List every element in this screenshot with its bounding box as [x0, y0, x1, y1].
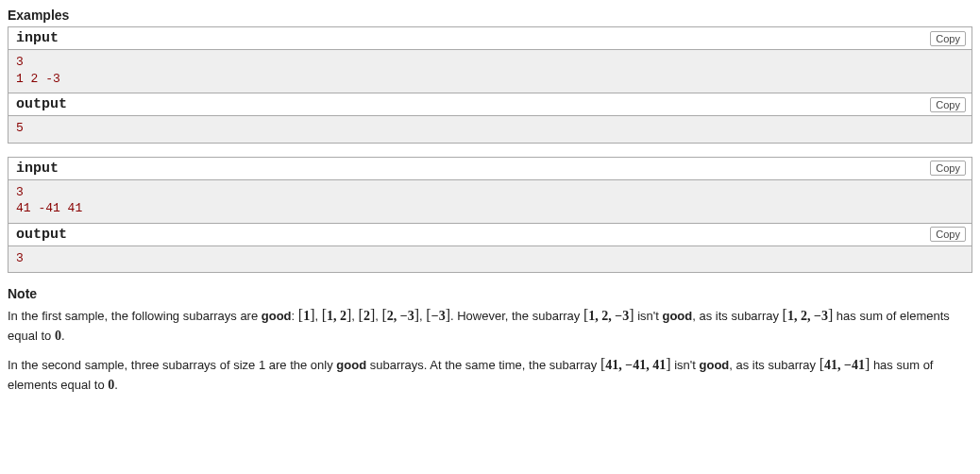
output-header: output Copy [8, 93, 972, 116]
note-paragraph-1: In the first sample, the following subar… [8, 305, 972, 345]
input-content: 3 41 -41 41 [8, 180, 972, 223]
math-bracket: ] [414, 307, 419, 323]
output-header: output Copy [8, 223, 972, 246]
text: . However, the subarray [450, 309, 583, 323]
math-array: 41, −41 [824, 358, 865, 372]
math-array: 1, 2, −3 [588, 309, 629, 323]
text: isn't [634, 309, 663, 323]
copy-button[interactable]: Copy [930, 161, 966, 176]
copy-button[interactable]: Copy [930, 31, 966, 46]
math-bracket: ] [310, 307, 314, 323]
text: . [114, 378, 118, 392]
text: In the second sample, three subarrays of… [8, 358, 336, 372]
math-array: 1, 2, −3 [787, 309, 828, 323]
text: , as its subarray [729, 358, 819, 372]
bold-good: good [662, 309, 692, 323]
math-array: −3 [431, 309, 446, 323]
note-heading: Note [8, 286, 972, 301]
input-header: input Copy [8, 158, 972, 180]
output-label: output [16, 227, 67, 243]
copy-button[interactable]: Copy [930, 227, 966, 242]
bold-good: good [336, 358, 366, 372]
note-paragraph-2: In the second sample, three subarrays of… [8, 354, 972, 394]
input-label: input [16, 30, 59, 46]
text: : [292, 309, 298, 323]
example-block: input Copy 3 1 2 -3 output Copy 5 [8, 26, 972, 144]
output-content: 3 [8, 246, 972, 273]
math-array: 2 [363, 309, 370, 323]
input-label: input [16, 161, 59, 177]
text: subarrays. At the same time, the subarra… [366, 358, 600, 372]
text: . [61, 329, 65, 343]
math-array: 2, −3 [387, 309, 414, 323]
math-bracket: ] [346, 307, 351, 323]
input-header: input Copy [8, 27, 972, 50]
bold-good: good [262, 309, 292, 323]
output-label: output [16, 96, 67, 112]
math-array: 1, 2 [327, 309, 346, 323]
example-block: input Copy 3 41 -41 41 output Copy 3 [8, 157, 972, 274]
text: isn't [671, 358, 700, 372]
copy-button[interactable]: Copy [930, 97, 966, 112]
math-bracket: ] [370, 307, 375, 323]
input-content: 3 1 2 -3 [8, 50, 972, 93]
math-zero: 0 [55, 329, 61, 343]
examples-heading: Examples [8, 8, 972, 23]
math-array: 41, −41, 41 [605, 358, 666, 372]
text: , as its subarray [692, 309, 782, 323]
output-content: 5 [8, 116, 972, 143]
text: In the first sample, the following subar… [8, 309, 262, 323]
bold-good: good [700, 358, 730, 372]
